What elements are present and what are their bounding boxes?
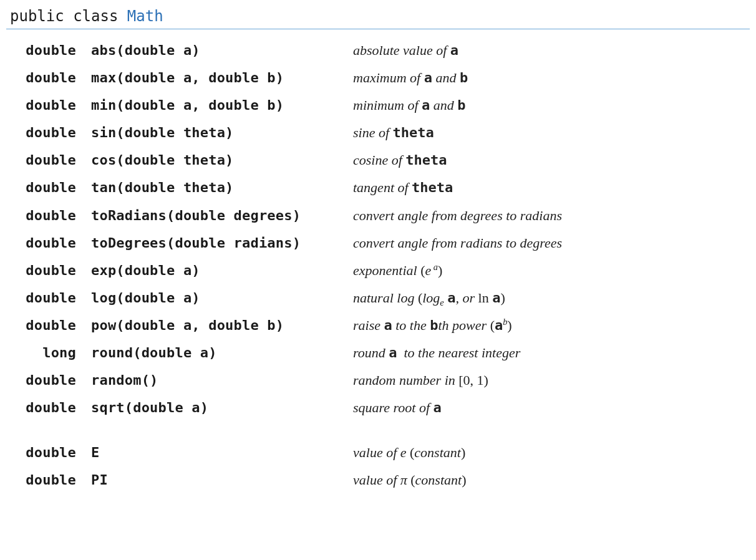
signature: exp(double a) <box>91 260 353 281</box>
description: value of e (constant) <box>353 442 750 463</box>
signature: abs(double a) <box>91 40 353 61</box>
description: round a to the nearest integer <box>353 342 750 364</box>
method-row: doubleexp(double a)exponential (e a) <box>6 257 750 284</box>
class-declaration: public class Math <box>6 7 750 29</box>
method-row: doublemax(double a, double b)maximum of … <box>6 64 750 92</box>
signature: tan(double theta) <box>91 177 353 198</box>
class-name: Math <box>127 7 163 25</box>
return-type: double <box>6 95 91 116</box>
return-type: double <box>6 150 91 171</box>
description: maximum of a and b <box>353 67 750 89</box>
return-type: double <box>6 442 91 463</box>
return-type: double <box>6 40 91 61</box>
description: cosine of theta <box>353 150 750 171</box>
description: square root of a <box>353 397 750 418</box>
method-row: longround(double a)round a to the neares… <box>6 339 750 367</box>
signature: E <box>91 442 353 463</box>
signature: max(double a, double b) <box>91 67 353 89</box>
return-type: long <box>6 342 91 364</box>
method-row: doublecos(double theta)cosine of theta <box>6 147 750 174</box>
return-type: double <box>6 397 91 418</box>
method-row: doubletoRadians(double degrees)convert a… <box>6 202 750 229</box>
method-row: doublelog(double a)natural log (loge a, … <box>6 284 750 312</box>
constant-row: doubleEvalue of e (constant) <box>6 439 750 466</box>
return-type: double <box>6 315 91 336</box>
description: tangent of theta <box>353 177 750 198</box>
signature: cos(double theta) <box>91 150 353 171</box>
signature: pow(double a, double b) <box>91 315 353 336</box>
signature: sin(double theta) <box>91 122 353 143</box>
return-type: double <box>6 122 91 143</box>
method-row: doublerandom()random number in [0, 1) <box>6 367 750 394</box>
description: convert angle from radians to degrees <box>353 233 750 254</box>
description: absolute value of a <box>353 40 750 61</box>
description: convert angle from degrees to radians <box>353 205 750 226</box>
method-row: doublesin(double theta)sine of theta <box>6 119 750 147</box>
method-row: doubleabs(double a)absolute value of a <box>6 37 750 64</box>
method-row: doublemin(double a, double b)minimum of … <box>6 92 750 119</box>
description: sine of theta <box>353 122 750 143</box>
description: natural log (loge a, or ln a) <box>353 287 750 309</box>
methods-list: doubleabs(double a)absolute value of ado… <box>6 37 750 422</box>
return-type: double <box>6 205 91 226</box>
description: exponential (e a) <box>353 260 750 281</box>
constant-row: doublePIvalue of π (constant) <box>6 466 750 494</box>
signature: log(double a) <box>91 287 353 309</box>
return-type: double <box>6 177 91 198</box>
method-row: doublepow(double a, double b)raise a to … <box>6 312 750 339</box>
description: minimum of a and b <box>353 95 750 116</box>
signature: sqrt(double a) <box>91 397 353 418</box>
description: raise a to the bth power (ab) <box>353 315 750 336</box>
class-prefix: public class <box>10 7 127 25</box>
return-type: double <box>6 260 91 281</box>
return-type: double <box>6 470 91 491</box>
method-row: doublesqrt(double a)square root of a <box>6 394 750 422</box>
signature: round(double a) <box>91 342 353 364</box>
signature: toRadians(double degrees) <box>91 205 353 226</box>
description: random number in [0, 1) <box>353 370 750 391</box>
description: value of π (constant) <box>353 470 750 491</box>
signature: toDegrees(double radians) <box>91 233 353 254</box>
signature: PI <box>91 470 353 491</box>
constants-list: doubleEvalue of e (constant)doublePIvalu… <box>6 439 750 494</box>
return-type: double <box>6 233 91 254</box>
method-row: doubletoDegrees(double radians)convert a… <box>6 229 750 257</box>
return-type: double <box>6 287 91 309</box>
return-type: double <box>6 67 91 89</box>
method-row: doubletan(double theta)tangent of theta <box>6 174 750 201</box>
signature: random() <box>91 370 353 391</box>
signature: min(double a, double b) <box>91 95 353 116</box>
return-type: double <box>6 370 91 391</box>
